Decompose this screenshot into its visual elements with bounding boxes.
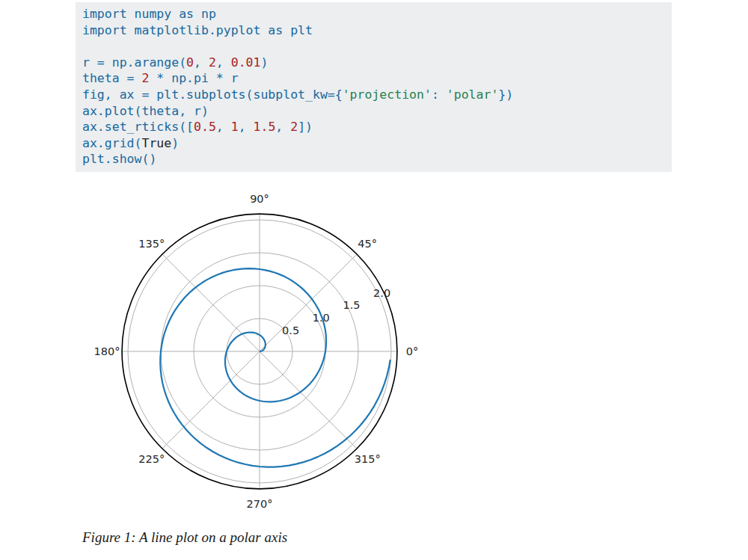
code-token-default: r = np.arange( <box>82 55 186 70</box>
code-line: ax.grid(True) <box>82 135 666 152</box>
r-tick-label: 1.0 <box>313 312 330 324</box>
code-token-default: fig, ax = plt.subplots(subplot_kw={ <box>82 87 343 102</box>
theta-tick-label: 45° <box>358 238 377 250</box>
code-token-string: 'projection' <box>343 87 432 102</box>
r-tick-label: 2.0 <box>373 287 390 299</box>
code-token-default: , <box>194 55 209 70</box>
code-token-default: ax.plot(theta, r) <box>82 104 209 118</box>
theta-tick-label: 315° <box>355 453 381 465</box>
r-tick-label: 0.5 <box>282 324 299 336</box>
code-token-default: , <box>275 120 290 134</box>
code-token-default: ax.grid( <box>82 136 141 150</box>
code-token-default: , <box>216 55 231 70</box>
code-token-default: ]) <box>298 120 313 134</box>
code-token-default: , <box>239 120 254 134</box>
polar-chart-svg: 0°45°90°135°180°225°270°315°0.51.01.52.0 <box>75 183 434 520</box>
code-token-default: ax.set_rticks([ <box>82 120 194 134</box>
code-line: theta = 2 * np.pi * r <box>82 70 666 87</box>
code-token-number: 2 <box>141 71 149 85</box>
code-line: import matplotlib.pyplot as plt <box>82 22 666 39</box>
theta-tick-label: 135° <box>138 238 165 250</box>
code-block: import numpy as npimport matplotlib.pypl… <box>76 2 672 172</box>
theta-tick-label: 0° <box>406 345 418 357</box>
code-token-number: 2 <box>209 55 216 70</box>
figure-caption: Figure 1: A line plot on a polar axis <box>82 529 287 546</box>
code-line: ax.set_rticks([0.5, 1, 1.5, 2]) <box>82 119 666 135</box>
spiral-line <box>160 268 390 467</box>
code-token-number: 1 <box>231 120 239 134</box>
code-line: fig, ax = plt.subplots(subplot_kw={'proj… <box>82 87 666 103</box>
code-line: ax.plot(theta, r) <box>82 103 666 120</box>
code-token-default: theta = <box>82 71 141 85</box>
code-token-default: ) <box>260 55 268 70</box>
code-token-default: import numpy as np <box>82 7 216 21</box>
theta-gridline <box>260 351 357 449</box>
code-token-default: plt.show() <box>82 152 156 166</box>
code-token-default: ) <box>171 136 179 150</box>
code-token-default: : <box>432 87 447 102</box>
theta-tick-label: 90° <box>250 193 269 205</box>
code-token-default: * np.pi * r <box>149 71 238 85</box>
code-token-default: import matplotlib.pyplot as plt <box>82 23 313 37</box>
code-line: import numpy as np <box>82 6 666 22</box>
theta-gridline <box>162 351 260 449</box>
code-line: plt.show() <box>82 151 666 167</box>
code-token-number: 0 <box>186 55 194 70</box>
code-line: r = np.arange(0, 2, 0.01) <box>82 55 666 71</box>
code-token-number: 2 <box>290 120 298 134</box>
code-token-default: }) <box>498 87 513 102</box>
theta-tick-label: 225° <box>138 453 165 465</box>
code-token-number: 1.5 <box>254 120 276 134</box>
code-token-number: 0.01 <box>231 55 261 70</box>
code-token-default: , <box>216 120 231 134</box>
polar-figure: 0°45°90°135°180°225°270°315°0.51.01.52.0 <box>75 183 434 520</box>
code-token-keyword_constant: True <box>141 136 171 150</box>
code-token-string: 'polar' <box>447 87 499 102</box>
theta-tick-label: 270° <box>247 498 273 510</box>
r-tick-label: 1.5 <box>343 299 360 311</box>
theta-tick-label: 180° <box>94 345 120 357</box>
code-line <box>82 38 666 55</box>
code-token-number: 0.5 <box>194 120 216 134</box>
